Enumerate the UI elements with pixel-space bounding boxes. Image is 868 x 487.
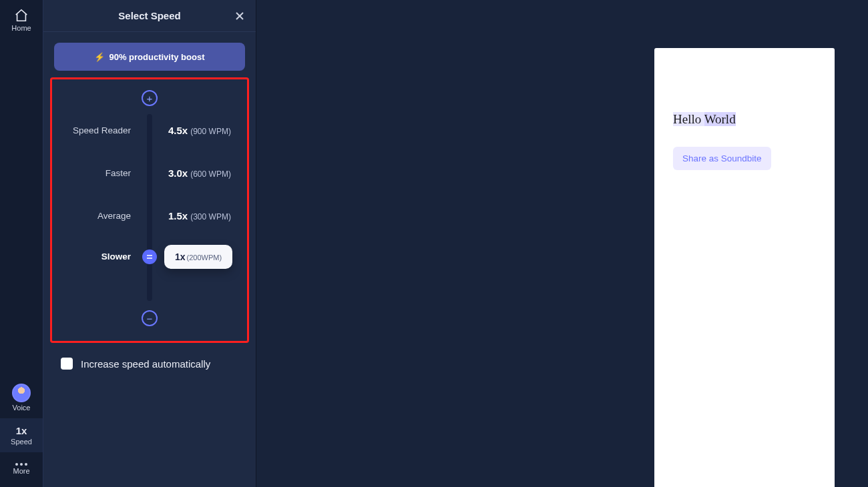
grip-icon xyxy=(146,253,154,261)
rail-more-label: More xyxy=(13,467,29,475)
speed-label: Speed Reader xyxy=(59,125,150,135)
speed-row-faster[interactable]: Faster 3.0x(600 WPM) xyxy=(59,167,240,179)
rail-speed-label: Speed xyxy=(11,438,32,446)
rail-more[interactable]: More xyxy=(0,452,43,482)
auto-increase-label: Increase speed automatically xyxy=(81,358,210,370)
share-soundbite-button[interactable]: Share as Soundbite xyxy=(673,147,771,170)
speed-slider[interactable]: Speed Reader 4.5x(900 WPM) Faster 3.0x(6… xyxy=(59,114,240,301)
slider-track xyxy=(147,114,152,301)
document-page: Hello World Share as Soundbite xyxy=(654,48,835,487)
speed-label: Faster xyxy=(59,168,150,178)
lightning-icon: ⚡ xyxy=(94,52,105,62)
panel-header: Select Speed xyxy=(43,0,256,32)
rail-home-label: Home xyxy=(11,24,31,32)
slider-handle[interactable] xyxy=(142,250,157,264)
decrease-speed-button[interactable]: − xyxy=(142,310,158,326)
left-rail: Home Voice 1x Speed More xyxy=(0,0,43,487)
close-button[interactable] xyxy=(232,8,248,24)
boost-label: 90% productivity boost xyxy=(109,52,204,62)
speed-selector-highlight: + Speed Reader 4.5x(900 WPM) Faster 3.0x… xyxy=(50,77,249,343)
speed-label: Average xyxy=(59,211,150,221)
rail-speed[interactable]: 1x Speed xyxy=(0,418,43,452)
panel-title: Select Speed xyxy=(118,10,180,21)
auto-increase-row: Increase speed automatically xyxy=(43,343,256,384)
document-text: Hello World xyxy=(673,112,816,127)
productivity-boost-button[interactable]: ⚡ 90% productivity boost xyxy=(54,43,245,71)
close-icon xyxy=(235,11,244,21)
home-icon xyxy=(14,8,29,23)
rail-speed-value: 1x xyxy=(16,425,27,436)
speed-tooltip: 1x(200WPM) xyxy=(164,245,232,269)
speed-panel: Select Speed ⚡ 90% productivity boost + … xyxy=(43,0,256,487)
speed-row-speedreader[interactable]: Speed Reader 4.5x(900 WPM) xyxy=(59,125,240,136)
word-world: World xyxy=(704,112,736,126)
avatar-icon xyxy=(12,384,31,402)
increase-speed-button[interactable]: + xyxy=(142,90,158,106)
main-area: Hello World Share as Soundbite xyxy=(256,0,868,487)
auto-increase-checkbox[interactable] xyxy=(61,358,73,370)
speed-row-average[interactable]: Average 1.5x(300 WPM) xyxy=(59,210,240,221)
word-hello: Hello xyxy=(673,112,704,126)
speed-label: Slower xyxy=(59,252,150,262)
more-icon xyxy=(15,463,27,466)
rail-home[interactable]: Home xyxy=(0,4,43,39)
rail-voice-label: Voice xyxy=(13,404,31,412)
rail-voice[interactable]: Voice xyxy=(0,380,43,418)
